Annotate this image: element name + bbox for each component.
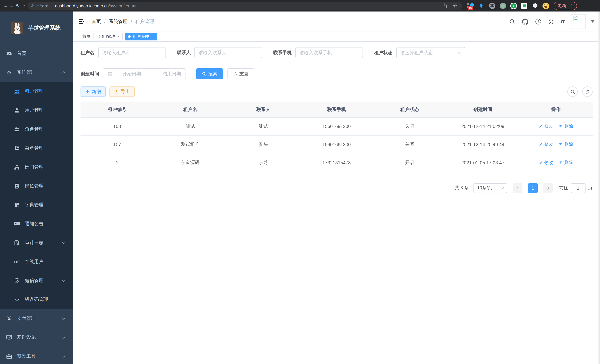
cell-tenant-name: 芋道源码 — [154, 154, 227, 172]
delete-link[interactable]: 删除 — [559, 123, 573, 130]
tab-home[interactable]: 首页 — [79, 33, 94, 40]
col-tenant-name: 租户名 — [154, 103, 227, 117]
cell-status: 开启 — [373, 154, 446, 172]
start-date-placeholder[interactable]: 开始日期 — [122, 71, 141, 77]
sidebar-fold-icon[interactable] — [78, 18, 85, 25]
col-created: 创建时间 — [446, 103, 519, 117]
bookmark-star-icon[interactable]: ☆ — [453, 3, 458, 9]
sidebar-item-sms[interactable]: 短信管理 — [0, 271, 73, 290]
font-size-icon[interactable]: tT — [561, 19, 565, 24]
sidebar-item-dict[interactable]: 字典管理 — [0, 196, 73, 215]
browser-forward-icon[interactable]: → — [9, 3, 15, 9]
browser-home-icon[interactable]: ⌂ — [21, 3, 27, 9]
sidebar-item-home[interactable]: 首页 — [0, 44, 73, 63]
address-bar[interactable]: ⚠ 不安全 dashboard.yudao.iocoder.cn/system/… — [28, 2, 462, 10]
breadcrumb-home[interactable]: 首页 — [92, 18, 101, 25]
ext-puzzle-icon[interactable] — [532, 2, 538, 9]
export-button[interactable]: 导出 — [110, 86, 135, 97]
chrome-update-button[interactable]: 更新 ⋮ — [554, 2, 577, 10]
briefcase-icon — [6, 353, 12, 360]
sidebar-item-error-code[interactable]: </> 错误码管理 — [0, 290, 73, 309]
help-icon[interactable]: ? — [535, 18, 542, 25]
search-button[interactable]: 搜索 — [196, 68, 223, 79]
edit-link[interactable]: 修改 — [539, 123, 553, 130]
chrome-menu-icon[interactable]: ⋮ — [569, 3, 573, 8]
not-secure-label[interactable]: 不安全 — [36, 3, 49, 9]
sidebar-item-system[interactable]: ⚙ 系统管理 — [0, 63, 73, 82]
not-secure-warning-icon: ⚠ — [31, 3, 35, 8]
cell-created: 2021-12-14 20:49:44 — [446, 135, 519, 154]
page-scrollbar[interactable] — [598, 11, 600, 364]
ext-kite-icon[interactable] — [478, 2, 485, 9]
chevron-down-icon — [62, 278, 66, 282]
browser-reload-icon[interactable]: ↻ — [15, 3, 21, 9]
user-avatar[interactable] — [571, 14, 586, 29]
sidebar-item-menu[interactable]: 菜单管理 — [0, 139, 73, 158]
current-page-button[interactable]: 1 — [528, 183, 538, 193]
edit-link[interactable]: 修改 — [539, 141, 553, 148]
reset-button[interactable]: 重置 — [227, 68, 254, 79]
delete-link[interactable]: 删除 — [559, 159, 573, 166]
tenant-name-label: 租户名 — [81, 49, 94, 56]
prev-page-button[interactable] — [513, 183, 523, 193]
goto-page-input[interactable]: 1 — [571, 183, 586, 193]
status-select[interactable]: 请选择租户状态 — [396, 47, 465, 58]
toggle-search-button[interactable] — [567, 86, 578, 97]
browser-back-icon[interactable]: ← — [3, 3, 9, 9]
sidebar-item-online-users[interactable]: 在线用户 — [0, 252, 73, 271]
cell-created: 2021-12-14 21:02:09 — [446, 117, 519, 135]
ext-grid-diamond-icon[interactable]: 10 — [467, 2, 474, 9]
edit-link[interactable]: 修改 — [539, 159, 553, 166]
next-page-button[interactable] — [543, 183, 553, 193]
add-button[interactable]: 新增 — [81, 86, 106, 97]
avatar-caret-down-icon[interactable] — [591, 20, 594, 23]
tenant-name-input[interactable]: 请输入租户名 — [98, 47, 166, 58]
end-date-placeholder[interactable]: 结束日期 — [162, 71, 181, 77]
delete-link[interactable]: 删除 — [559, 141, 573, 148]
sidebar-item-tenant[interactable]: 租户管理 — [0, 82, 73, 101]
ext-command-icon[interactable]: ⌘ — [489, 2, 495, 9]
refresh-table-button[interactable] — [582, 86, 593, 97]
breadcrumb-system[interactable]: 系统管理 — [109, 18, 127, 25]
sidebar-item-user[interactable]: 用户管理 — [0, 101, 73, 120]
cell-contact: 秃头 — [227, 135, 300, 154]
chevron-down-icon — [62, 316, 66, 320]
sidebar-item-dept[interactable]: 部门管理 — [0, 158, 73, 177]
share-icon[interactable] — [442, 3, 448, 9]
tab-dept[interactable]: 部门管理× — [96, 33, 123, 40]
fullscreen-icon[interactable] — [548, 18, 554, 25]
sidebar-item-notice[interactable]: 通知公告 — [0, 215, 73, 233]
col-actions: 操作 — [519, 103, 593, 117]
page-content: 租户名 请输入租户名 联系人 请输入联系人 联系手机 请输入联系手机 租户状态 — [73, 42, 600, 364]
tab-tenant[interactable]: 租户管理× — [125, 33, 157, 40]
tab-close-icon[interactable]: × — [117, 35, 120, 38]
ext-y-icon[interactable]: Y — [510, 2, 517, 9]
sidebar-item-devtools[interactable]: 研发工具 — [0, 347, 73, 364]
sidebar-item-audit-log[interactable]: 审计日志 — [0, 233, 73, 252]
ext-chat-icon[interactable] — [521, 2, 528, 9]
date-range-input[interactable]: 开始日期 - 结束日期 — [103, 68, 186, 79]
goto-suffix: 页 — [588, 185, 593, 191]
page-size-select[interactable]: 10条/页 — [473, 183, 507, 193]
url-host: dashboard.yudao.iocoder.cn — [55, 3, 109, 8]
cell-tenant-name: 测试租户 — [154, 135, 227, 154]
sidebar-item-pay[interactable]: ¥ 支付管理 — [0, 309, 73, 328]
app-logo-row[interactable]: 芋道管理系统 — [0, 11, 73, 44]
cell-tenant-id: 1 — [81, 154, 154, 172]
date-separator: - — [151, 71, 152, 76]
profile-avatar-emoji[interactable] — [543, 2, 549, 9]
tenant-users-icon — [14, 88, 20, 95]
sidebar-item-post[interactable]: 岗位管理 — [0, 177, 73, 196]
breadcrumb-separator: / — [131, 19, 132, 24]
extensions-area: 10 ⌘ Y — [467, 2, 549, 9]
announcement-chat-icon — [14, 221, 20, 227]
header-search-icon[interactable] — [509, 18, 516, 25]
tab-close-icon[interactable]: × — [151, 35, 153, 38]
ext-record-icon[interactable] — [499, 2, 506, 9]
github-icon[interactable] — [522, 18, 529, 25]
pagination-total: 共 3 条 — [455, 185, 469, 191]
sidebar-item-role[interactable]: 角色管理 — [0, 120, 73, 139]
sidebar-item-infra[interactable]: 基础设施 — [0, 328, 73, 347]
mobile-input[interactable]: 请输入联系手机 — [295, 47, 363, 58]
contact-input[interactable]: 请输入联系人 — [194, 47, 262, 58]
